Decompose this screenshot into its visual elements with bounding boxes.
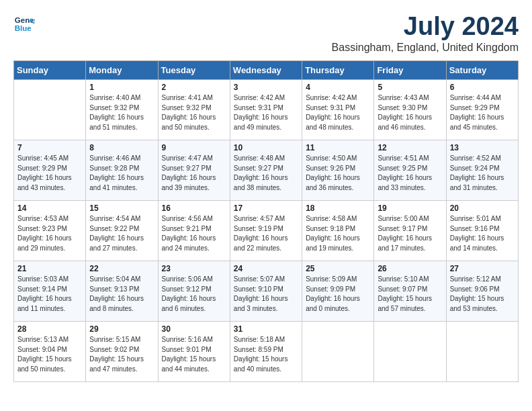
weekday-header-row: SundayMondayTuesdayWednesdayThursdayFrid… [14, 61, 519, 80]
day-number: 6 [450, 83, 515, 92]
calendar-week-1: 1Sunrise: 4:40 AM Sunset: 9:32 PM Daylig… [14, 80, 519, 140]
calendar-cell: 26Sunrise: 5:10 AM Sunset: 9:07 PM Dayli… [374, 261, 446, 322]
day-info: Sunrise: 4:47 AM Sunset: 9:27 PM Dayligh… [162, 154, 226, 193]
day-info: Sunrise: 5:18 AM Sunset: 8:59 PM Dayligh… [234, 335, 298, 374]
day-info: Sunrise: 5:01 AM Sunset: 9:16 PM Dayligh… [450, 214, 515, 253]
day-info: Sunrise: 5:09 AM Sunset: 9:09 PM Dayligh… [306, 275, 370, 314]
calendar-cell: 10Sunrise: 4:48 AM Sunset: 9:27 PM Dayli… [230, 140, 302, 201]
calendar-cell: 24Sunrise: 5:07 AM Sunset: 9:10 PM Dayli… [230, 261, 302, 322]
calendar-cell: 2Sunrise: 4:41 AM Sunset: 9:32 PM Daylig… [158, 80, 230, 140]
weekday-header-sunday: Sunday [14, 61, 86, 80]
day-number: 4 [306, 83, 370, 92]
day-info: Sunrise: 5:13 AM Sunset: 9:04 PM Dayligh… [17, 335, 82, 374]
day-number: 14 [17, 203, 82, 213]
day-info: Sunrise: 4:51 AM Sunset: 9:25 PM Dayligh… [378, 154, 442, 193]
page-header: General Blue July 2024 Bassingham, Engla… [13, 13, 519, 54]
weekday-header-saturday: Saturday [446, 61, 518, 80]
calendar-cell: 1Sunrise: 4:40 AM Sunset: 9:32 PM Daylig… [86, 80, 158, 140]
day-info: Sunrise: 4:44 AM Sunset: 9:29 PM Dayligh… [450, 93, 515, 132]
day-info: Sunrise: 4:42 AM Sunset: 9:31 PM Dayligh… [306, 93, 370, 132]
calendar-cell: 9Sunrise: 4:47 AM Sunset: 9:27 PM Daylig… [158, 140, 230, 201]
calendar-cell: 20Sunrise: 5:01 AM Sunset: 9:16 PM Dayli… [446, 201, 518, 261]
calendar-cell: 6Sunrise: 4:44 AM Sunset: 9:29 PM Daylig… [446, 80, 518, 140]
calendar-cell [302, 322, 374, 382]
calendar-cell: 11Sunrise: 4:50 AM Sunset: 9:26 PM Dayli… [302, 140, 374, 201]
day-number: 24 [234, 264, 298, 273]
day-number: 29 [89, 324, 154, 334]
calendar-cell: 17Sunrise: 4:57 AM Sunset: 9:19 PM Dayli… [230, 201, 302, 261]
day-info: Sunrise: 5:12 AM Sunset: 9:06 PM Dayligh… [450, 275, 515, 314]
day-number: 17 [234, 203, 298, 213]
svg-text:General: General [15, 16, 35, 24]
calendar-body: 1Sunrise: 4:40 AM Sunset: 9:32 PM Daylig… [14, 80, 519, 382]
day-info: Sunrise: 4:52 AM Sunset: 9:24 PM Dayligh… [450, 154, 515, 193]
calendar-cell: 5Sunrise: 4:43 AM Sunset: 9:30 PM Daylig… [374, 80, 446, 140]
calendar-cell: 28Sunrise: 5:13 AM Sunset: 9:04 PM Dayli… [14, 322, 86, 382]
day-number: 21 [17, 264, 82, 273]
weekday-header-wednesday: Wednesday [230, 61, 302, 80]
day-info: Sunrise: 4:45 AM Sunset: 9:29 PM Dayligh… [17, 154, 82, 193]
day-number: 7 [17, 143, 82, 152]
calendar-cell: 3Sunrise: 4:42 AM Sunset: 9:31 PM Daylig… [230, 80, 302, 140]
day-number: 27 [450, 264, 515, 273]
weekday-header-monday: Monday [86, 61, 158, 80]
day-info: Sunrise: 5:00 AM Sunset: 9:17 PM Dayligh… [378, 214, 442, 253]
calendar-cell: 4Sunrise: 4:42 AM Sunset: 9:31 PM Daylig… [302, 80, 374, 140]
weekday-header-tuesday: Tuesday [158, 61, 230, 80]
calendar-table: SundayMondayTuesdayWednesdayThursdayFrid… [13, 60, 519, 382]
calendar-week-5: 28Sunrise: 5:13 AM Sunset: 9:04 PM Dayli… [14, 322, 519, 382]
day-info: Sunrise: 5:16 AM Sunset: 9:01 PM Dayligh… [162, 335, 226, 374]
svg-text:Blue: Blue [15, 24, 32, 32]
day-info: Sunrise: 4:54 AM Sunset: 9:22 PM Dayligh… [89, 214, 154, 253]
day-info: Sunrise: 5:15 AM Sunset: 9:02 PM Dayligh… [89, 335, 154, 374]
day-number: 31 [234, 324, 298, 334]
calendar-cell: 27Sunrise: 5:12 AM Sunset: 9:06 PM Dayli… [446, 261, 518, 322]
day-number: 19 [378, 203, 442, 213]
calendar-cell: 21Sunrise: 5:03 AM Sunset: 9:14 PM Dayli… [14, 261, 86, 322]
calendar-cell: 15Sunrise: 4:54 AM Sunset: 9:22 PM Dayli… [86, 201, 158, 261]
day-number: 15 [89, 203, 154, 213]
weekday-header-thursday: Thursday [302, 61, 374, 80]
calendar-week-3: 14Sunrise: 4:53 AM Sunset: 9:23 PM Dayli… [14, 201, 519, 261]
calendar-cell [446, 322, 518, 382]
day-info: Sunrise: 4:40 AM Sunset: 9:32 PM Dayligh… [89, 93, 154, 132]
day-info: Sunrise: 5:10 AM Sunset: 9:07 PM Dayligh… [378, 275, 442, 314]
calendar-cell: 31Sunrise: 5:18 AM Sunset: 8:59 PM Dayli… [230, 322, 302, 382]
day-number: 2 [162, 83, 226, 92]
calendar-cell: 12Sunrise: 4:51 AM Sunset: 9:25 PM Dayli… [374, 140, 446, 201]
day-info: Sunrise: 4:41 AM Sunset: 9:32 PM Dayligh… [162, 93, 226, 132]
day-number: 28 [17, 324, 82, 334]
calendar-week-2: 7Sunrise: 4:45 AM Sunset: 9:29 PM Daylig… [14, 140, 519, 201]
day-number: 12 [378, 143, 442, 152]
calendar-cell: 14Sunrise: 4:53 AM Sunset: 9:23 PM Dayli… [14, 201, 86, 261]
logo-icon: General Blue [13, 13, 35, 35]
day-info: Sunrise: 4:50 AM Sunset: 9:26 PM Dayligh… [306, 154, 370, 193]
day-info: Sunrise: 4:46 AM Sunset: 9:28 PM Dayligh… [89, 154, 154, 193]
day-info: Sunrise: 4:48 AM Sunset: 9:27 PM Dayligh… [234, 154, 298, 193]
calendar-cell: 7Sunrise: 4:45 AM Sunset: 9:29 PM Daylig… [14, 140, 86, 201]
calendar-week-4: 21Sunrise: 5:03 AM Sunset: 9:14 PM Dayli… [14, 261, 519, 322]
location: Bassingham, England, United Kingdom [332, 42, 519, 54]
day-info: Sunrise: 4:53 AM Sunset: 9:23 PM Dayligh… [17, 214, 82, 253]
day-number: 18 [306, 203, 370, 213]
day-number: 13 [450, 143, 515, 152]
day-number: 11 [306, 143, 370, 152]
logo: General Blue [13, 13, 35, 35]
day-number: 23 [162, 264, 226, 273]
day-info: Sunrise: 5:07 AM Sunset: 9:10 PM Dayligh… [234, 275, 298, 314]
calendar-cell: 29Sunrise: 5:15 AM Sunset: 9:02 PM Dayli… [86, 322, 158, 382]
day-number: 16 [162, 203, 226, 213]
day-info: Sunrise: 4:43 AM Sunset: 9:30 PM Dayligh… [378, 93, 442, 132]
day-number: 5 [378, 83, 442, 92]
calendar-cell: 8Sunrise: 4:46 AM Sunset: 9:28 PM Daylig… [86, 140, 158, 201]
day-number: 10 [234, 143, 298, 152]
day-info: Sunrise: 4:58 AM Sunset: 9:18 PM Dayligh… [306, 214, 370, 253]
day-info: Sunrise: 5:04 AM Sunset: 9:13 PM Dayligh… [89, 275, 154, 314]
day-number: 22 [89, 264, 154, 273]
day-number: 9 [162, 143, 226, 152]
weekday-header-friday: Friday [374, 61, 446, 80]
month-title: July 2024 [332, 13, 519, 39]
calendar-cell: 30Sunrise: 5:16 AM Sunset: 9:01 PM Dayli… [158, 322, 230, 382]
calendar-cell: 16Sunrise: 4:56 AM Sunset: 9:21 PM Dayli… [158, 201, 230, 261]
day-info: Sunrise: 5:06 AM Sunset: 9:12 PM Dayligh… [162, 275, 226, 314]
